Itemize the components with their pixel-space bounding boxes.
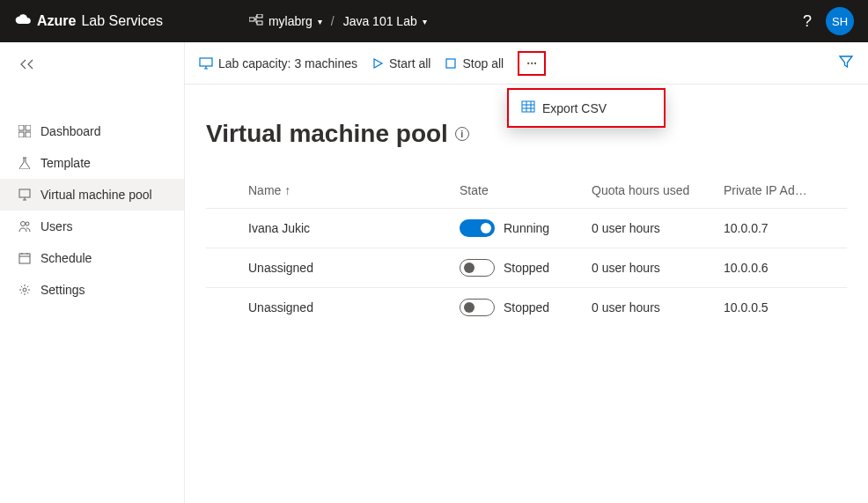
- svg-rect-3: [18, 125, 24, 130]
- toolbar: Lab capacity: 3 machines Start all Stop …: [185, 42, 868, 85]
- svg-rect-1: [257, 14, 262, 18]
- breadcrumb-lab-label: Java 101 Lab: [343, 14, 417, 28]
- lab-capacity-button[interactable]: Lab capacity: 3 machines: [199, 56, 357, 70]
- breadcrumb-resource-group[interactable]: mylabrg ▾: [249, 14, 322, 29]
- svg-rect-7: [19, 189, 30, 197]
- column-quota[interactable]: Quota hours used: [592, 183, 724, 197]
- top-header: Azure Lab Services mylabrg ▾ / Java 101 …: [0, 0, 868, 42]
- svg-rect-4: [26, 125, 31, 130]
- sidebar-item-schedule[interactable]: Schedule: [0, 242, 184, 274]
- svg-point-11: [23, 288, 26, 292]
- sidebar-item-label: Schedule: [40, 251, 92, 265]
- avatar[interactable]: SH: [826, 7, 854, 35]
- sidebar-item-vm-pool[interactable]: Virtual machine pool: [0, 179, 184, 211]
- vm-ip: 10.0.0.7: [724, 221, 847, 235]
- column-name-label: Name: [248, 183, 281, 197]
- breadcrumb-lab[interactable]: Java 101 Lab ▾: [343, 14, 427, 28]
- more-actions-dropdown: Export CSV: [507, 88, 666, 128]
- column-state-label: State: [460, 183, 489, 197]
- export-csv-label: Export CSV: [542, 101, 607, 115]
- svg-rect-12: [200, 58, 212, 66]
- stop-all-label: Stop all: [462, 56, 504, 70]
- vm-quota: 0 user hours: [592, 221, 724, 235]
- start-all-label: Start all: [389, 56, 430, 70]
- vm-state-toggle[interactable]: [460, 299, 495, 316]
- sidebar-item-label: Virtual machine pool: [40, 188, 152, 202]
- flask-icon: [18, 157, 32, 169]
- sidebar-item-settings[interactable]: Settings: [0, 274, 184, 306]
- vm-table: Name ↑ State Quota hours used Private IP…: [206, 173, 847, 327]
- main-area: Lab capacity: 3 machines Start all Stop …: [185, 42, 868, 503]
- sidebar-item-template[interactable]: Template: [0, 147, 184, 179]
- more-icon: ···: [526, 56, 537, 70]
- avatar-initials: SH: [832, 15, 848, 28]
- vm-quota: 0 user hours: [592, 261, 724, 275]
- users-icon: [18, 220, 32, 233]
- vm-quota: 0 user hours: [592, 300, 724, 314]
- play-icon: [371, 57, 384, 70]
- chevron-down-icon: ▾: [423, 17, 427, 26]
- topbar-left: Azure Lab Services mylabrg ▾ / Java 101 …: [14, 13, 427, 29]
- table-header: Name ↑ State Quota hours used Private IP…: [206, 173, 847, 208]
- stop-icon: [445, 57, 457, 70]
- dashboard-icon: [18, 125, 32, 137]
- vm-state-label: Stopped: [504, 261, 549, 275]
- vm-state-toggle[interactable]: [460, 259, 495, 277]
- export-csv-item[interactable]: Export CSV: [509, 95, 664, 121]
- vm-state-label: Running: [504, 221, 549, 235]
- column-state[interactable]: State: [460, 183, 592, 197]
- breadcrumb-rg-label: mylabrg: [268, 14, 313, 28]
- sidebar-item-users[interactable]: Users: [0, 211, 184, 242]
- vm-state-label: Stopped: [504, 300, 549, 314]
- vm-ip: 10.0.0.5: [724, 300, 847, 314]
- breadcrumb-separator: /: [331, 14, 335, 28]
- topbar-right: ? SH: [803, 7, 854, 35]
- resource-group-icon: [249, 14, 263, 29]
- vm-state-toggle[interactable]: [460, 219, 495, 237]
- start-all-button[interactable]: Start all: [371, 56, 430, 70]
- breadcrumb: mylabrg ▾ / Java 101 Lab ▾: [249, 14, 427, 29]
- svg-rect-14: [522, 101, 534, 112]
- azure-logo-icon: [14, 13, 32, 29]
- chevron-down-icon: ▾: [318, 17, 322, 26]
- sidebar: Dashboard Template Virtual machine pool …: [0, 42, 185, 503]
- filter-button[interactable]: [838, 54, 854, 72]
- sidebar-collapse-button[interactable]: [0, 51, 184, 80]
- svg-rect-13: [446, 59, 455, 68]
- sort-asc-icon: ↑: [284, 183, 291, 197]
- lab-capacity-label: Lab capacity: 3 machines: [218, 56, 357, 70]
- sidebar-item-label: Settings: [40, 283, 85, 297]
- page-title-text: Virtual machine pool: [206, 120, 448, 148]
- table-icon: [521, 100, 535, 115]
- table-row[interactable]: Ivana Jukic Running 0 user hours 10.0.0.…: [206, 208, 847, 248]
- monitor-icon: [18, 189, 32, 201]
- column-ip-label: Private IP Ad…: [724, 183, 807, 197]
- svg-rect-2: [257, 21, 262, 25]
- sidebar-item-dashboard[interactable]: Dashboard: [0, 115, 184, 147]
- sidebar-item-label: Template: [40, 156, 91, 170]
- brand[interactable]: Azure Lab Services: [14, 13, 163, 29]
- vm-ip: 10.0.0.6: [724, 261, 847, 275]
- sidebar-item-label: Users: [40, 219, 73, 233]
- column-name[interactable]: Name ↑: [248, 183, 460, 197]
- stop-all-button[interactable]: Stop all: [445, 56, 504, 70]
- more-actions-button[interactable]: ···: [518, 51, 546, 76]
- table-row[interactable]: Unassigned Stopped 0 user hours 10.0.0.5: [206, 287, 847, 327]
- gear-icon: [18, 284, 32, 296]
- table-row[interactable]: Unassigned Stopped 0 user hours 10.0.0.6: [206, 248, 847, 287]
- sidebar-nav: Dashboard Template Virtual machine pool …: [0, 115, 184, 306]
- svg-rect-5: [18, 132, 24, 137]
- calendar-icon: [18, 252, 32, 264]
- help-icon[interactable]: ?: [803, 12, 812, 31]
- brand-bold: Azure: [37, 13, 76, 29]
- svg-point-8: [21, 222, 26, 226]
- column-ip[interactable]: Private IP Ad…: [724, 183, 847, 197]
- info-icon[interactable]: i: [455, 127, 469, 141]
- vm-name: Unassigned: [248, 261, 460, 275]
- svg-rect-10: [19, 254, 30, 263]
- vm-name: Ivana Jukic: [248, 221, 460, 235]
- svg-rect-0: [249, 18, 254, 21]
- svg-point-9: [26, 222, 29, 226]
- column-quota-label: Quota hours used: [592, 183, 689, 197]
- brand-rest: Lab Services: [81, 13, 163, 29]
